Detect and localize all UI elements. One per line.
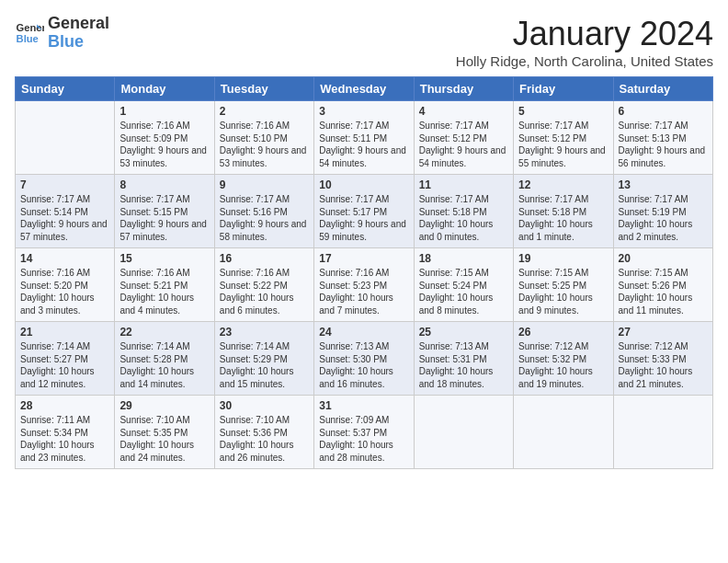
sunrise-text: Sunrise: 7:11 AM — [20, 414, 109, 427]
day-info: Sunrise: 7:17 AM Sunset: 5:18 PM Dayligh… — [518, 193, 608, 243]
sunset-text: Sunset: 5:13 PM — [619, 132, 708, 145]
daylight-text: Daylight: 10 hours and 0 minutes. — [419, 218, 508, 243]
day-info: Sunrise: 7:13 AM Sunset: 5:31 PM Dayligh… — [419, 340, 508, 390]
day-number: 24 — [319, 326, 408, 339]
daylight-text: Daylight: 10 hours and 8 minutes. — [419, 292, 508, 316]
sunrise-text: Sunrise: 7:17 AM — [619, 193, 708, 206]
page-header: General Blue GeneralBlue January 2024 Ho… — [15, 15, 713, 69]
sunrise-text: Sunrise: 7:17 AM — [518, 193, 608, 206]
sunrise-text: Sunrise: 7:13 AM — [319, 340, 408, 353]
daylight-text: Daylight: 10 hours and 23 minutes. — [20, 439, 109, 464]
day-info: Sunrise: 7:10 AM Sunset: 5:35 PM Dayligh… — [119, 414, 209, 464]
sunrise-text: Sunrise: 7:15 AM — [518, 267, 608, 280]
sunrise-text: Sunrise: 7:16 AM — [119, 120, 209, 132]
calendar-table: Sunday Monday Tuesday Wednesday Thursday… — [15, 76, 713, 469]
day-cell: 24 Sunrise: 7:13 AM Sunset: 5:30 PM Dayl… — [314, 322, 414, 396]
calendar-title: January 2024 — [456, 15, 713, 53]
day-number: 12 — [518, 178, 608, 191]
day-info: Sunrise: 7:13 AM Sunset: 5:30 PM Dayligh… — [319, 340, 408, 390]
sunrise-text: Sunrise: 7:14 AM — [220, 340, 309, 353]
day-number: 1 — [119, 105, 209, 118]
daylight-text: Daylight: 10 hours and 12 minutes. — [20, 365, 109, 390]
sunset-text: Sunset: 5:27 PM — [20, 353, 109, 366]
sunset-text: Sunset: 5:12 PM — [419, 132, 508, 145]
calendar-body: 1 Sunrise: 7:16 AM Sunset: 5:09 PM Dayli… — [16, 101, 713, 469]
day-info: Sunrise: 7:10 AM Sunset: 5:36 PM Dayligh… — [220, 414, 309, 464]
sunrise-text: Sunrise: 7:16 AM — [220, 120, 309, 132]
sunset-text: Sunset: 5:25 PM — [518, 280, 608, 293]
day-number: 2 — [220, 105, 309, 118]
day-cell: 25 Sunrise: 7:13 AM Sunset: 5:31 PM Dayl… — [414, 322, 513, 396]
sunset-text: Sunset: 5:18 PM — [419, 206, 508, 219]
sunrise-text: Sunrise: 7:17 AM — [319, 193, 408, 206]
day-info: Sunrise: 7:16 AM Sunset: 5:23 PM Dayligh… — [319, 267, 408, 316]
day-cell — [514, 396, 613, 469]
day-info: Sunrise: 7:15 AM Sunset: 5:26 PM Dayligh… — [619, 267, 708, 316]
day-info: Sunrise: 7:15 AM Sunset: 5:25 PM Dayligh… — [518, 267, 608, 316]
calendar-subtitle: Holly Ridge, North Carolina, United Stat… — [456, 53, 713, 69]
day-info: Sunrise: 7:17 AM Sunset: 5:13 PM Dayligh… — [619, 120, 708, 169]
daylight-text: Daylight: 10 hours and 15 minutes. — [220, 365, 309, 390]
day-cell: 31 Sunrise: 7:09 AM Sunset: 5:37 PM Dayl… — [314, 396, 414, 469]
daylight-text: Daylight: 9 hours and 53 minutes. — [220, 144, 309, 169]
day-info: Sunrise: 7:17 AM Sunset: 5:19 PM Dayligh… — [619, 193, 708, 243]
svg-text:Blue: Blue — [17, 32, 39, 43]
day-number: 28 — [20, 399, 109, 412]
daylight-text: Daylight: 9 hours and 54 minutes. — [419, 144, 508, 169]
daylight-text: Daylight: 10 hours and 19 minutes. — [518, 365, 608, 390]
day-number: 6 — [619, 105, 708, 118]
daylight-text: Daylight: 10 hours and 26 minutes. — [220, 439, 309, 464]
day-info: Sunrise: 7:16 AM Sunset: 5:10 PM Dayligh… — [220, 120, 309, 169]
sunset-text: Sunset: 5:32 PM — [518, 353, 608, 366]
day-number: 26 — [518, 326, 608, 339]
daylight-text: Daylight: 10 hours and 9 minutes. — [518, 292, 608, 316]
sunrise-text: Sunrise: 7:17 AM — [619, 120, 708, 132]
col-friday: Friday — [514, 77, 613, 101]
daylight-text: Daylight: 9 hours and 53 minutes. — [119, 144, 209, 169]
sunset-text: Sunset: 5:12 PM — [518, 132, 608, 145]
sunset-text: Sunset: 5:18 PM — [518, 206, 608, 219]
sunrise-text: Sunrise: 7:16 AM — [319, 267, 408, 280]
logo-text: GeneralBlue — [48, 15, 109, 52]
week-row: 14 Sunrise: 7:16 AM Sunset: 5:20 PM Dayl… — [16, 248, 713, 322]
col-wednesday: Wednesday — [314, 77, 414, 101]
sunset-text: Sunset: 5:11 PM — [319, 132, 408, 145]
day-cell: 29 Sunrise: 7:10 AM Sunset: 5:35 PM Dayl… — [115, 396, 214, 469]
sunrise-text: Sunrise: 7:10 AM — [119, 414, 209, 427]
day-cell: 10 Sunrise: 7:17 AM Sunset: 5:17 PM Dayl… — [314, 175, 414, 248]
sunset-text: Sunset: 5:20 PM — [20, 280, 109, 293]
day-number: 15 — [119, 252, 209, 265]
daylight-text: Daylight: 10 hours and 3 minutes. — [20, 292, 109, 316]
day-info: Sunrise: 7:09 AM Sunset: 5:37 PM Dayligh… — [319, 414, 408, 464]
day-number: 9 — [220, 178, 309, 191]
sunset-text: Sunset: 5:33 PM — [619, 353, 708, 366]
day-number: 8 — [119, 178, 209, 191]
daylight-text: Daylight: 10 hours and 16 minutes. — [319, 365, 408, 390]
daylight-text: Daylight: 9 hours and 56 minutes. — [619, 144, 708, 169]
sunrise-text: Sunrise: 7:12 AM — [518, 340, 608, 353]
day-info: Sunrise: 7:14 AM Sunset: 5:27 PM Dayligh… — [20, 340, 109, 390]
day-cell — [414, 396, 513, 469]
title-block: January 2024 Holly Ridge, North Carolina… — [456, 15, 713, 69]
day-number: 31 — [319, 399, 408, 412]
day-info: Sunrise: 7:17 AM Sunset: 5:15 PM Dayligh… — [119, 193, 209, 243]
daylight-text: Daylight: 10 hours and 6 minutes. — [220, 292, 309, 316]
sunrise-text: Sunrise: 7:16 AM — [20, 267, 109, 280]
day-number: 13 — [619, 178, 708, 191]
week-row: 28 Sunrise: 7:11 AM Sunset: 5:34 PM Dayl… — [16, 396, 713, 469]
day-cell: 3 Sunrise: 7:17 AM Sunset: 5:11 PM Dayli… — [314, 101, 414, 175]
sunrise-text: Sunrise: 7:17 AM — [518, 120, 608, 132]
day-cell: 30 Sunrise: 7:10 AM Sunset: 5:36 PM Dayl… — [214, 396, 313, 469]
day-number: 29 — [119, 399, 209, 412]
day-cell: 28 Sunrise: 7:11 AM Sunset: 5:34 PM Dayl… — [16, 396, 115, 469]
day-cell — [16, 101, 115, 175]
col-saturday: Saturday — [613, 77, 712, 101]
day-cell: 19 Sunrise: 7:15 AM Sunset: 5:25 PM Dayl… — [514, 248, 613, 322]
sunrise-text: Sunrise: 7:17 AM — [319, 120, 408, 132]
day-cell: 15 Sunrise: 7:16 AM Sunset: 5:21 PM Dayl… — [115, 248, 214, 322]
sunrise-text: Sunrise: 7:17 AM — [220, 193, 309, 206]
day-cell: 26 Sunrise: 7:12 AM Sunset: 5:32 PM Dayl… — [514, 322, 613, 396]
day-cell: 14 Sunrise: 7:16 AM Sunset: 5:20 PM Dayl… — [16, 248, 115, 322]
sunset-text: Sunset: 5:16 PM — [220, 206, 309, 219]
sunrise-text: Sunrise: 7:17 AM — [419, 193, 508, 206]
